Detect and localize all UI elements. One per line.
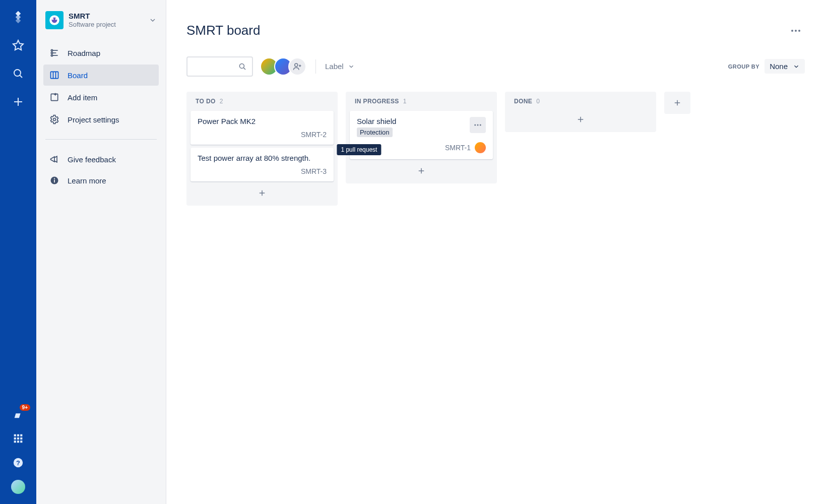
card-label-tag: Protection [357,128,393,137]
project-sidebar: SMRT Software project Roadmap Board Add … [36,0,166,504]
global-nav: 9+ ? [0,0,36,504]
svg-rect-5 [17,434,19,436]
chevron-down-icon[interactable] [149,16,157,24]
sidebar-item-label: Add item [68,93,97,102]
column-name: DONE [514,98,532,105]
column-name: TO DO [196,98,216,105]
assignee-avatar[interactable] [475,142,486,153]
card-key: SMRT-3 [301,167,327,175]
project-avatar-icon [45,11,64,29]
svg-rect-10 [14,440,16,443]
svg-line-1 [20,75,22,78]
svg-point-40 [295,64,298,67]
assignee-filter [260,57,306,76]
project-type: Software project [69,21,116,28]
svg-rect-9 [20,437,22,439]
add-column-button[interactable] [664,92,690,114]
board-icon [49,70,59,80]
svg-rect-6 [20,434,22,436]
add-card-button[interactable] [191,184,334,202]
board-title: SMRT board [186,23,260,38]
sidebar-item-learn-more[interactable]: Learn more [43,170,159,191]
kanban-board: TO DO 2 Power Pack MK2 SMRT-2 Test power… [186,92,805,206]
add-people-button[interactable] [288,57,306,76]
card[interactable]: Solar shield Protection 1 pull request [350,111,493,159]
group-by-select[interactable]: None [765,59,805,74]
card-key: SMRT-1 [445,144,471,152]
label-filter[interactable]: Label [325,62,355,71]
group-by-value: None [770,62,788,71]
svg-point-34 [54,178,55,179]
sidebar-item-label: Board [68,71,88,80]
column-in-progress: IN PROGRESS 1 Solar shield Protection [346,92,497,183]
star-icon[interactable] [11,38,25,52]
card-title: Test power array at 80% strength. [198,154,327,162]
search-icon [238,62,247,71]
card[interactable]: Test power array at 80% strength. SMRT-3 [191,148,334,181]
main-content: SMRT board Label GROUP BY None [166,0,825,504]
chevron-down-icon [348,63,355,70]
sidebar-item-roadmap[interactable]: Roadmap [43,42,159,64]
tooltip: 1 pull request [337,144,381,155]
add-card-button[interactable] [509,111,652,128]
svg-point-21 [51,52,52,53]
svg-rect-8 [17,437,19,439]
svg-point-47 [480,124,481,125]
svg-point-19 [51,49,52,51]
sidebar-item-label: Learn more [68,176,106,185]
separator [315,59,316,74]
sidebar-item-feedback[interactable]: Give feedback [43,149,159,170]
svg-point-37 [798,30,800,32]
board-search-input[interactable] [186,56,253,77]
notifications-icon[interactable]: 9+ [11,407,25,421]
apps-icon[interactable] [11,431,25,446]
sidebar-divider [45,139,157,140]
svg-point-36 [795,30,797,32]
svg-rect-11 [17,440,19,443]
user-avatar[interactable] [11,480,25,494]
sidebar-item-add-item[interactable]: Add item [43,87,159,108]
card-key: SMRT-2 [301,131,327,139]
board-more-button[interactable] [787,22,805,40]
column-name: IN PROGRESS [355,98,399,105]
svg-point-38 [239,64,244,68]
svg-line-39 [243,68,245,70]
chevron-down-icon [793,63,800,70]
svg-point-31 [53,118,56,121]
svg-rect-33 [54,179,55,182]
info-icon [49,175,59,185]
card-more-button[interactable] [470,117,486,133]
sidebar-item-board[interactable]: Board [43,65,159,86]
svg-point-23 [51,54,52,56]
column-count: 0 [536,98,540,105]
svg-point-45 [474,124,476,125]
svg-point-18 [55,18,57,20]
project-name: SMRT [69,12,116,21]
card-title: Solar shield [357,117,396,125]
help-icon[interactable]: ? [11,456,25,470]
svg-rect-28 [51,94,57,100]
search-icon[interactable] [11,67,25,81]
svg-rect-12 [20,440,22,443]
sidebar-item-label: Give feedback [68,155,116,164]
project-header[interactable]: SMRT Software project [43,11,159,29]
column-todo: TO DO 2 Power Pack MK2 SMRT-2 Test power… [186,92,338,206]
svg-point-17 [52,18,53,20]
sidebar-item-settings[interactable]: Project settings [43,109,159,130]
gear-icon [49,114,59,124]
svg-rect-4 [14,434,16,436]
add-card-button[interactable] [350,162,493,179]
column-done: DONE 0 [505,92,656,132]
megaphone-icon [49,154,59,164]
roadmap-icon [49,48,59,58]
svg-rect-25 [51,72,58,78]
group-by-label: GROUP BY [728,64,759,70]
column-count: 1 [403,98,407,105]
jira-logo-icon[interactable] [11,10,25,24]
svg-text:?: ? [16,459,20,467]
svg-point-0 [14,70,21,76]
plus-icon[interactable] [11,95,25,109]
svg-rect-7 [14,437,16,439]
svg-point-46 [477,124,479,125]
card[interactable]: Power Pack MK2 SMRT-2 [191,111,334,145]
